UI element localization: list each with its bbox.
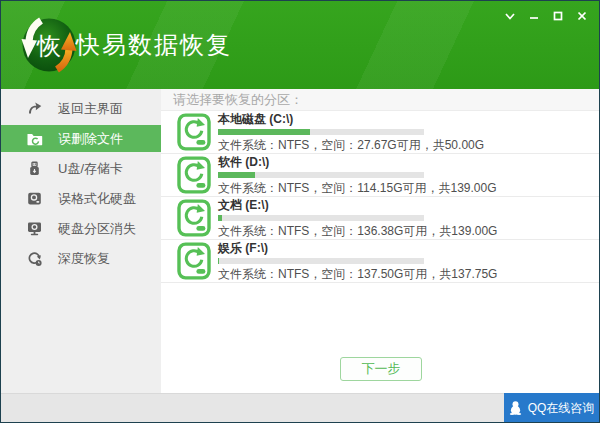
title-bar: 恢 快易数据恢复 <box>1 1 599 89</box>
drive-icon <box>176 242 212 280</box>
drive-name: 本地磁盘 (C:\) <box>218 113 484 126</box>
sidebar-item-label: 返回主界面 <box>58 100 123 118</box>
sidebar-item-deep-recovery[interactable]: 深度恢复 <box>1 245 161 272</box>
usage-bar-fill <box>218 258 219 264</box>
drive-details: 文件系统：NTFS，空间：27.67G可用，共50.00G <box>218 139 484 152</box>
drive-details: 文件系统：NTFS，空间：114.15G可用，共139.00G <box>218 182 497 195</box>
svg-text:恢: 恢 <box>36 32 61 59</box>
sidebar: 返回主界面 误删除文件 U盘/存储卡 误 <box>1 89 161 393</box>
deep-scan-icon <box>26 250 43 267</box>
drive-row-c[interactable]: 本地磁盘 (C:\) 文件系统：NTFS，空间：27.67G可用，共50.00G <box>161 111 599 154</box>
usage-bar <box>218 129 424 135</box>
app-logo-icon: 恢 <box>20 16 78 74</box>
qq-consult-label: QQ在线咨询 <box>528 400 595 417</box>
hard-drive-icon <box>26 190 43 207</box>
main-panel: 请选择要恢复的分区： 本地磁盘 (C:\) 文件系统：NTFS，空间：27.67… <box>161 89 599 393</box>
drive-info: 软件 (D:\) 文件系统：NTFS，空间：114.15G可用，共139.00G <box>218 156 497 195</box>
sidebar-item-usb-card[interactable]: U盘/存储卡 <box>1 155 161 182</box>
close-icon[interactable] <box>573 8 591 24</box>
sidebar-item-label: 误格式化硬盘 <box>58 190 136 208</box>
usb-drive-icon <box>26 160 43 177</box>
drive-row-f[interactable]: 娱乐 (F:\) 文件系统：NTFS，空间：137.50G可用，共137.75G <box>161 240 599 283</box>
drive-info: 本地磁盘 (C:\) 文件系统：NTFS，空间：27.67G可用，共50.00G <box>218 113 484 152</box>
drive-name: 软件 (D:\) <box>218 156 497 169</box>
sidebar-item-formatted-disk[interactable]: 误格式化硬盘 <box>1 185 161 212</box>
sidebar-item-lost-partition[interactable]: 硬盘分区消失 <box>1 215 161 242</box>
drive-details: 文件系统：NTFS，空间：137.50G可用，共137.75G <box>218 268 497 281</box>
qq-penguin-icon <box>509 401 522 415</box>
sidebar-item-label: 硬盘分区消失 <box>58 220 136 238</box>
qq-consult-button[interactable]: QQ在线咨询 <box>504 393 599 423</box>
sidebar-item-label: 深度恢复 <box>58 250 110 268</box>
drive-info: 娱乐 (F:\) 文件系统：NTFS，空间：137.50G可用，共137.75G <box>218 242 497 281</box>
return-arrow-icon <box>26 100 43 117</box>
sidebar-item-return-home[interactable]: 返回主界面 <box>1 95 161 122</box>
folder-recover-icon <box>26 130 43 147</box>
app-title: 快易数据恢复 <box>76 1 232 89</box>
chevron-down-icon[interactable] <box>501 8 519 24</box>
sidebar-item-deleted-files[interactable]: 误删除文件 <box>1 125 161 152</box>
partition-monitor-icon <box>26 220 43 237</box>
maximize-icon[interactable] <box>549 8 567 24</box>
drive-info: 文档 (E:\) 文件系统：NTFS，空间：136.38G可用，共139.00G <box>218 199 497 238</box>
sidebar-item-label: U盘/存储卡 <box>58 160 123 178</box>
drive-row-d[interactable]: 软件 (D:\) 文件系统：NTFS，空间：114.15G可用，共139.00G <box>161 154 599 197</box>
drive-row-e[interactable]: 文档 (E:\) 文件系统：NTFS，空间：136.38G可用，共139.00G <box>161 197 599 240</box>
usage-bar <box>218 258 424 264</box>
usage-bar-fill <box>218 172 255 178</box>
footer-bar: QQ在线咨询 <box>1 393 599 422</box>
sidebar-item-label: 误删除文件 <box>58 130 123 148</box>
drive-icon <box>176 113 212 151</box>
drive-icon <box>176 156 212 194</box>
usage-bar <box>218 172 424 178</box>
window-controls <box>501 8 591 24</box>
partition-prompt: 请选择要恢复的分区： <box>161 89 599 111</box>
app-window: 恢 快易数据恢复 返回主界面 <box>0 0 600 423</box>
minimize-icon[interactable] <box>525 8 543 24</box>
usage-bar <box>218 215 424 221</box>
usage-bar-fill <box>218 215 222 221</box>
next-step-button[interactable]: 下一步 <box>340 357 422 381</box>
drive-name: 文档 (E:\) <box>218 199 497 212</box>
drive-name: 娱乐 (F:\) <box>218 242 497 255</box>
drive-details: 文件系统：NTFS，空间：136.38G可用，共139.00G <box>218 225 497 238</box>
usage-bar-fill <box>218 129 310 135</box>
drive-icon <box>176 199 212 237</box>
